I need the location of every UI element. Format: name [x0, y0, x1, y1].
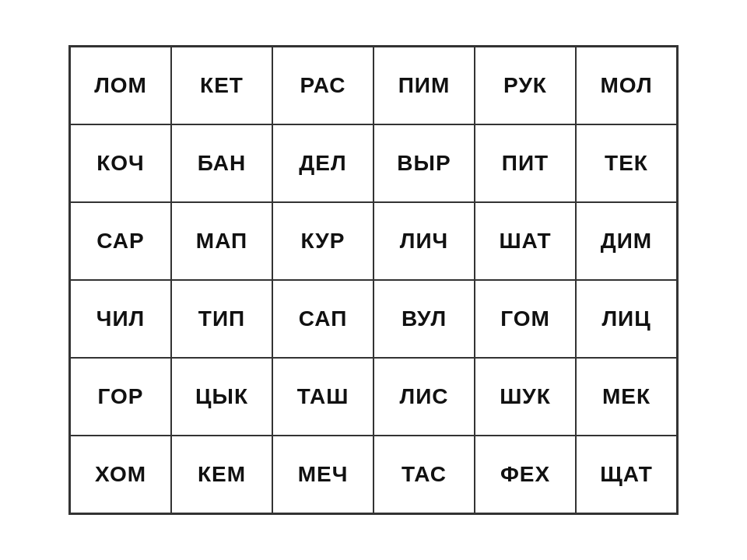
word-grid: ЛОМКЕТРАСПИМРУКМОЛКОЧБАНДЕЛВЫРПИТТЕКСАРМ…	[68, 45, 679, 515]
grid-cell-1-3: ВЫР	[374, 124, 475, 202]
grid-cell-2-5: ДИМ	[576, 202, 677, 280]
grid-cell-5-5: ЩАТ	[576, 436, 677, 513]
grid-cell-3-3: ВУЛ	[374, 280, 475, 358]
grid-cell-3-2: САП	[272, 280, 374, 358]
grid-cell-5-1: КЕМ	[171, 436, 272, 513]
grid-cell-2-3: ЛИЧ	[374, 202, 475, 280]
grid-cell-2-2: КУР	[272, 202, 374, 280]
grid-cell-0-5: МОЛ	[576, 47, 677, 124]
grid-cell-5-3: ТАС	[374, 436, 475, 513]
grid-cell-2-1: МАП	[171, 202, 272, 280]
grid-cell-4-2: ТАШ	[272, 358, 374, 436]
grid-cell-4-1: ЦЫК	[171, 358, 272, 436]
grid-cell-3-4: ГОМ	[475, 280, 576, 358]
grid-cell-3-1: ТИП	[171, 280, 272, 358]
grid-cell-1-2: ДЕЛ	[272, 124, 374, 202]
grid-cell-0-3: ПИМ	[374, 47, 475, 124]
grid-cell-0-2: РАС	[272, 47, 374, 124]
grid-cell-3-0: ЧИЛ	[70, 280, 171, 358]
grid-cell-0-4: РУК	[475, 47, 576, 124]
grid-cell-1-5: ТЕК	[576, 124, 677, 202]
grid-cell-5-0: ХОМ	[70, 436, 171, 513]
grid-cell-1-1: БАН	[171, 124, 272, 202]
grid-cell-5-2: МЕЧ	[272, 436, 374, 513]
grid-cell-4-3: ЛИС	[374, 358, 475, 436]
grid-cell-0-0: ЛОМ	[70, 47, 171, 124]
grid-cell-5-4: ФЕХ	[475, 436, 576, 513]
grid-cell-3-5: ЛИЦ	[576, 280, 677, 358]
grid-cell-4-4: ШУК	[475, 358, 576, 436]
grid-cell-1-4: ПИТ	[475, 124, 576, 202]
grid-cell-2-4: ШАТ	[475, 202, 576, 280]
grid-cell-2-0: САР	[70, 202, 171, 280]
grid-cell-1-0: КОЧ	[70, 124, 171, 202]
grid-cell-0-1: КЕТ	[171, 47, 272, 124]
grid-cell-4-5: МЕК	[576, 358, 677, 436]
grid-cell-4-0: ГОР	[70, 358, 171, 436]
